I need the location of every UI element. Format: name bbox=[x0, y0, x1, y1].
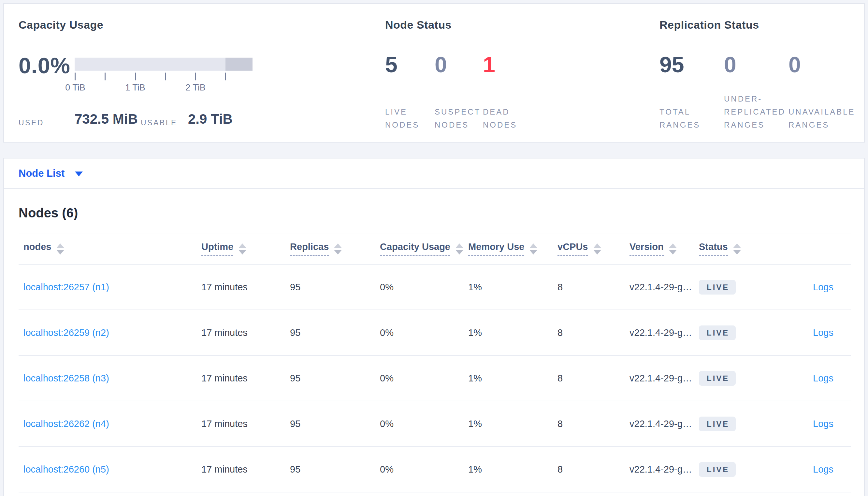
memory-cell: 1% bbox=[468, 282, 557, 293]
capacity-axis-label: 2 TiB bbox=[185, 83, 206, 93]
capacity-axis-tick bbox=[165, 73, 166, 80]
capacity-cell: 0% bbox=[380, 419, 468, 429]
replication-status-title: Replication Status bbox=[659, 18, 759, 31]
unavailable-ranges-label: UNAVAILABLE RANGES bbox=[789, 107, 855, 129]
under-replicated-ranges-count: 0 bbox=[724, 52, 736, 77]
capacity-cell: 0% bbox=[380, 373, 468, 384]
memory-cell: 1% bbox=[468, 327, 557, 338]
suspect-nodes-label: SUSPECT NODES bbox=[435, 107, 481, 129]
node-status-section: Node Status 5 0 1 LIVE NODES SUSPECT NOD… bbox=[385, 4, 568, 143]
column-header-memory-use[interactable]: Memory Use bbox=[468, 242, 557, 256]
capacity-axis-label: 1 TiB bbox=[125, 83, 145, 93]
column-header-vcpus[interactable]: vCPUs bbox=[557, 242, 629, 256]
version-cell: v22.1.4-29-g… bbox=[629, 464, 699, 475]
sort-icon bbox=[239, 244, 246, 254]
column-header-nodes[interactable]: nodes bbox=[18, 242, 201, 256]
capacity-axis bbox=[75, 73, 257, 81]
live-nodes-label: LIVE NODES bbox=[385, 107, 419, 129]
version-cell: v22.1.4-29-g… bbox=[629, 419, 699, 429]
live-nodes-count: 5 bbox=[385, 52, 398, 77]
capacity-usage-title: Capacity Usage bbox=[18, 18, 103, 31]
capacity-axis-tick bbox=[135, 73, 136, 80]
sort-icon bbox=[56, 244, 64, 254]
capacity-percent-value: 0.0% bbox=[18, 53, 70, 78]
logs-link[interactable]: Logs bbox=[813, 282, 834, 292]
used-value: 732.5 MiB bbox=[75, 111, 138, 127]
cluster-summary-card: Capacity Usage 0.0% 0 TiB 1 TiB 2 TiB US… bbox=[3, 3, 865, 142]
sort-icon bbox=[593, 244, 601, 254]
suspect-nodes-count: 0 bbox=[435, 52, 447, 77]
dead-nodes-label: DEAD NODES bbox=[483, 107, 517, 129]
capacity-axis-tick bbox=[195, 73, 196, 80]
sort-icon bbox=[455, 244, 463, 254]
status-badge: LIVE bbox=[699, 371, 736, 386]
replicas-cell: 95 bbox=[290, 327, 380, 338]
node-link[interactable]: localhost:26258 (n3) bbox=[24, 373, 109, 383]
version-cell: v22.1.4-29-g… bbox=[629, 282, 699, 293]
memory-cell: 1% bbox=[468, 464, 557, 475]
memory-cell: 1% bbox=[468, 419, 557, 429]
sort-icon bbox=[529, 244, 537, 254]
logs-link[interactable]: Logs bbox=[813, 464, 834, 475]
sort-icon bbox=[334, 244, 342, 254]
sort-icon bbox=[733, 244, 741, 254]
nodes-table-title: Nodes (6) bbox=[18, 206, 78, 220]
vcpus-cell: 8 bbox=[557, 464, 629, 475]
column-header-uptime[interactable]: Uptime bbox=[201, 242, 290, 256]
total-ranges-label: TOTAL RANGES bbox=[659, 107, 700, 129]
capacity-cell: 0% bbox=[380, 327, 468, 338]
capacity-axis-tick bbox=[105, 73, 106, 80]
total-ranges-count: 95 bbox=[659, 52, 684, 77]
column-header-version[interactable]: Version bbox=[629, 242, 699, 256]
logs-link[interactable]: Logs bbox=[813, 373, 834, 383]
capacity-cell: 0% bbox=[380, 282, 468, 293]
node-link[interactable]: localhost:26260 (n5) bbox=[24, 464, 109, 475]
uptime-cell: 17 minutes bbox=[201, 373, 290, 384]
node-list-dropdown-label: Node List bbox=[18, 168, 64, 179]
capacity-axis-tick bbox=[225, 73, 226, 80]
status-badge: LIVE bbox=[699, 325, 736, 340]
node-link[interactable]: localhost:26262 (n4) bbox=[24, 419, 109, 429]
table-row: localhost:26262 (n4) 17 minutes 95 0% 1%… bbox=[18, 401, 851, 447]
replicas-cell: 95 bbox=[290, 282, 380, 293]
table-row: localhost:26258 (n3) 17 minutes 95 0% 1%… bbox=[18, 356, 851, 401]
vcpus-cell: 8 bbox=[557, 282, 629, 293]
column-header-capacity-usage[interactable]: Capacity Usage bbox=[380, 242, 468, 256]
node-status-title: Node Status bbox=[385, 18, 452, 31]
capacity-cell: 0% bbox=[380, 464, 468, 475]
replicas-cell: 95 bbox=[290, 419, 380, 429]
capacity-bar-remainder-segment bbox=[225, 58, 253, 71]
node-list-dropdown[interactable]: Node List bbox=[18, 168, 83, 179]
node-link[interactable]: localhost:26259 (n2) bbox=[24, 327, 109, 338]
capacity-axis-tick bbox=[75, 73, 76, 80]
uptime-cell: 17 minutes bbox=[201, 282, 290, 293]
capacity-usage-bar bbox=[75, 58, 253, 71]
table-header-row: nodes Uptime Replicas Capacity Usage Mem… bbox=[18, 233, 851, 265]
capacity-axis-labels: 0 TiB 1 TiB 2 TiB bbox=[75, 83, 257, 94]
table-row: localhost:26257 (n1) 17 minutes 95 0% 1%… bbox=[18, 265, 851, 310]
uptime-cell: 17 minutes bbox=[201, 327, 290, 338]
memory-cell: 1% bbox=[468, 373, 557, 384]
node-link[interactable]: localhost:26257 (n1) bbox=[24, 282, 109, 292]
dead-nodes-count: 1 bbox=[483, 52, 495, 77]
vcpus-cell: 8 bbox=[557, 373, 629, 384]
vcpus-cell: 8 bbox=[557, 327, 629, 338]
nodes-table: nodes Uptime Replicas Capacity Usage Mem… bbox=[18, 233, 851, 492]
logs-link[interactable]: Logs bbox=[813, 327, 834, 338]
version-cell: v22.1.4-29-g… bbox=[629, 373, 699, 384]
under-replicated-ranges-label: UNDER-REPLICATED RANGES bbox=[724, 94, 785, 129]
column-header-replicas[interactable]: Replicas bbox=[290, 242, 380, 256]
status-badge: LIVE bbox=[699, 417, 736, 431]
chevron-down-icon bbox=[75, 171, 83, 176]
status-badge: LIVE bbox=[699, 462, 736, 477]
table-row: localhost:26259 (n2) 17 minutes 95 0% 1%… bbox=[18, 310, 851, 356]
vcpus-cell: 8 bbox=[557, 419, 629, 429]
logs-link[interactable]: Logs bbox=[813, 419, 834, 429]
node-list-bar: Node List bbox=[4, 158, 864, 189]
unavailable-ranges-count: 0 bbox=[789, 52, 801, 77]
usable-value: 2.9 TiB bbox=[188, 111, 233, 127]
table-row: localhost:26260 (n5) 17 minutes 95 0% 1%… bbox=[18, 447, 851, 492]
column-header-status[interactable]: Status bbox=[699, 242, 769, 256]
capacity-axis-label: 0 TiB bbox=[65, 83, 85, 93]
uptime-cell: 17 minutes bbox=[201, 419, 290, 429]
